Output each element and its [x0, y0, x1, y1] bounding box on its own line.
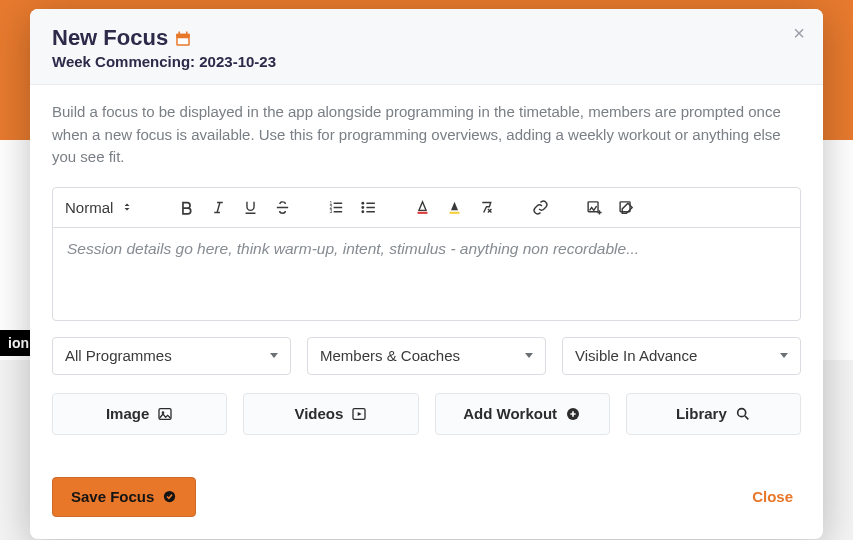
chevron-down-icon — [270, 353, 278, 358]
strikethrough-button[interactable] — [273, 198, 291, 216]
chevron-up-down-icon — [121, 201, 133, 213]
highlight-button[interactable] — [445, 198, 463, 216]
svg-rect-5 — [178, 38, 189, 44]
format-select[interactable]: Normal — [65, 199, 141, 216]
visibility-select-label: Visible In Advance — [575, 347, 697, 364]
close-icon[interactable]: × — [793, 23, 805, 43]
format-select-label: Normal — [65, 199, 113, 216]
bold-icon — [178, 199, 195, 216]
add-workout-button-label: Add Workout — [463, 405, 557, 422]
new-focus-modal: New Focus Week Commencing: 2023-10-23 × … — [30, 9, 823, 539]
videos-button[interactable]: Videos — [243, 393, 418, 435]
insert-image-button[interactable] — [585, 198, 603, 216]
library-button[interactable]: Library — [626, 393, 801, 435]
image-button[interactable]: Image — [52, 393, 227, 435]
add-workout-button[interactable]: Add Workout — [435, 393, 610, 435]
text-color-button[interactable] — [413, 198, 431, 216]
strikethrough-icon — [274, 199, 291, 216]
underline-button[interactable] — [241, 198, 259, 216]
modal-title: New Focus — [52, 25, 168, 51]
underline-icon — [242, 199, 259, 216]
image-plus-icon — [586, 199, 603, 216]
ordered-list-icon: 123 — [328, 199, 345, 216]
ordered-list-button[interactable]: 123 — [327, 198, 345, 216]
link-button[interactable] — [531, 198, 549, 216]
calendar-icon — [174, 30, 192, 48]
editor-placeholder: Session details go here, think warm-up, … — [67, 240, 639, 257]
plus-circle-icon — [565, 406, 581, 422]
edit-icon — [618, 199, 635, 216]
audience-select[interactable]: Members & Coaches — [307, 337, 546, 375]
highlight-icon — [446, 199, 463, 216]
editor-textarea[interactable]: Session details go here, think warm-up, … — [53, 228, 800, 320]
check-circle-icon — [162, 489, 177, 504]
modal-subtitle: Week Commencing: 2023-10-23 — [52, 53, 801, 70]
image-icon — [157, 406, 173, 422]
svg-rect-2 — [176, 34, 190, 38]
audience-select-label: Members & Coaches — [320, 347, 460, 364]
svg-point-10 — [361, 206, 364, 209]
chevron-down-icon — [525, 353, 533, 358]
italic-icon — [210, 199, 227, 216]
image-button-label: Image — [106, 405, 149, 422]
svg-rect-13 — [449, 211, 459, 213]
clear-format-icon — [478, 199, 495, 216]
svg-rect-4 — [186, 32, 188, 35]
video-icon — [351, 406, 367, 422]
programmes-select-label: All Programmes — [65, 347, 172, 364]
text-color-icon — [414, 199, 431, 216]
unordered-list-icon — [360, 199, 377, 216]
search-icon — [735, 406, 751, 422]
library-button-label: Library — [676, 405, 727, 422]
save-focus-button-label: Save Focus — [71, 488, 154, 505]
rich-text-editor: Normal — [52, 187, 801, 321]
clear-format-button[interactable] — [477, 198, 495, 216]
italic-button[interactable] — [209, 198, 227, 216]
unordered-list-button[interactable] — [359, 198, 377, 216]
close-button[interactable]: Close — [752, 488, 793, 505]
svg-rect-3 — [179, 32, 181, 35]
modal-header: New Focus Week Commencing: 2023-10-23 × — [30, 9, 823, 85]
edit-button[interactable] — [617, 198, 635, 216]
svg-point-20 — [737, 408, 745, 416]
svg-text:3: 3 — [329, 209, 332, 214]
videos-button-label: Videos — [294, 405, 343, 422]
svg-point-9 — [361, 201, 364, 204]
save-focus-button[interactable]: Save Focus — [52, 477, 196, 517]
editor-toolbar: Normal — [53, 188, 800, 228]
chevron-down-icon — [780, 353, 788, 358]
visibility-select[interactable]: Visible In Advance — [562, 337, 801, 375]
intro-text: Build a focus to be displayed in the app… — [52, 101, 801, 169]
link-icon — [532, 199, 549, 216]
svg-rect-12 — [417, 211, 427, 213]
svg-point-11 — [361, 210, 364, 213]
programmes-select[interactable]: All Programmes — [52, 337, 291, 375]
bold-button[interactable] — [177, 198, 195, 216]
